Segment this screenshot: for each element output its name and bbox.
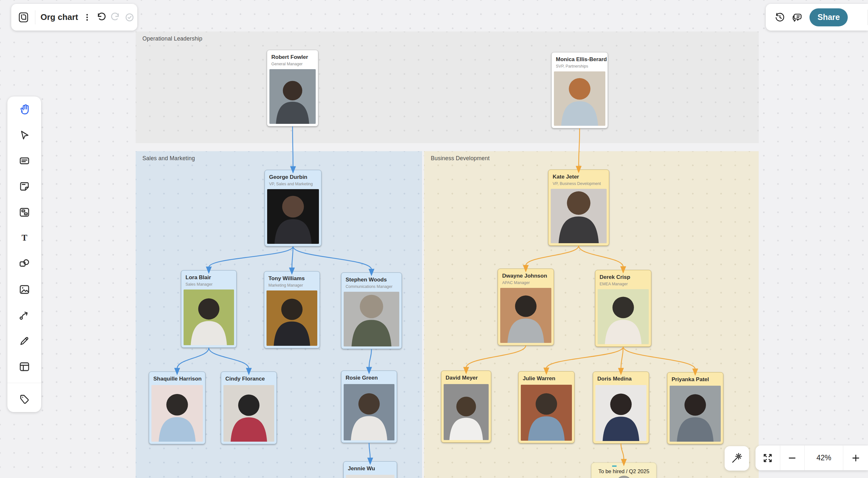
person-card-jennie-wu[interactable]: Jennie Wu (343, 461, 397, 478)
svg-text:T: T (21, 233, 27, 242)
person-photo (521, 385, 572, 441)
person-card-julie-warren[interactable]: Julie Warren (518, 371, 575, 443)
person-card-dwayne-johnson[interactable]: Dwayne JohnsonAPAC Manager (498, 269, 554, 346)
board-title[interactable]: Org chart (40, 12, 78, 22)
tool-tag[interactable] (18, 392, 31, 406)
select-cursor-icon (18, 129, 31, 142)
zoom-level[interactable]: 42% (804, 446, 843, 470)
board-toolbar: Org chart (11, 4, 137, 31)
share-button[interactable]: Share (809, 8, 848, 26)
person-name: Rosie Green (346, 375, 393, 381)
person-name: Stephen Woods (346, 277, 398, 283)
tool-select[interactable] (18, 128, 31, 142)
hand-icon (18, 103, 31, 116)
comments-icon (791, 11, 803, 24)
person-name: Shaquille Harrison (153, 376, 201, 382)
person-card-robert-fowler[interactable]: Robert FowlerGeneral Manager (267, 50, 318, 126)
person-photo (344, 292, 399, 347)
person-card-priyanka-patel[interactable]: Priyanka Patel (667, 372, 723, 444)
person-card-tony-williams[interactable]: Tony WilliamsMarketing Manager (264, 271, 320, 348)
person-card-stephen-woods[interactable]: Stephen WoodsCommunications Manager (341, 272, 402, 349)
person-photo (344, 384, 395, 440)
pencil-icon (18, 334, 31, 348)
sticky-note-to-be-hired[interactable]: To be hired / Q2 2025 (591, 462, 656, 478)
person-photo (267, 189, 319, 244)
person-name: Jennie Wu (348, 466, 393, 472)
sync-check-icon (124, 12, 135, 23)
person-name: Robert Fowler (271, 54, 314, 60)
shapes-icon (18, 257, 31, 270)
sticky-note-text: To be hired / Q2 2025 (591, 468, 656, 475)
tool-template[interactable] (18, 205, 31, 219)
person-card-kate-jeter[interactable]: Kate JeterVP, Business Development (548, 170, 609, 246)
tool-sidebar: T (7, 96, 41, 412)
connector-icon (18, 309, 31, 322)
person-name: Doris Medina (597, 376, 645, 382)
zoom-controls: 42% (755, 446, 868, 470)
share-toolbar: Share (766, 4, 868, 31)
person-card-rosie-green[interactable]: Rosie Green (341, 370, 397, 443)
person-card-shaquille-harrison[interactable]: Shaquille Harrison (149, 371, 206, 444)
person-name: George Durbin (269, 174, 317, 180)
app-logo[interactable] (17, 10, 31, 25)
person-name: Julie Warren (523, 376, 570, 382)
whiteboard-canvas[interactable]: Operational Leadership Sales and Marketi… (0, 0, 868, 478)
frame-title[interactable]: Sales and Marketing (143, 155, 195, 162)
magic-assist-button[interactable] (724, 446, 749, 471)
tool-card[interactable] (18, 154, 31, 168)
tool-image[interactable] (18, 282, 31, 297)
person-photo (267, 291, 317, 346)
redo-button[interactable] (108, 10, 123, 25)
person-title: Communications Manager (346, 285, 398, 289)
person-title: VP, Business Development (553, 181, 605, 186)
undo-button[interactable] (94, 10, 108, 25)
minus-icon (787, 453, 798, 464)
person-name: Derek Crisp (599, 274, 647, 280)
person-name: Lora Blair (186, 274, 232, 281)
comments-button[interactable] (790, 10, 804, 25)
version-history-button[interactable] (773, 10, 787, 25)
person-photo (500, 288, 551, 343)
divider (35, 10, 35, 25)
person-name: David Meyer (445, 375, 487, 381)
frame-title[interactable]: Operational Leadership (143, 35, 202, 42)
person-photo (223, 385, 274, 442)
plus-icon (850, 453, 861, 464)
image-icon (18, 283, 31, 296)
expand-icon (762, 452, 774, 464)
zoom-out-button[interactable] (780, 446, 805, 470)
magic-wand-icon (730, 452, 744, 465)
person-card-derek-crisp[interactable]: Derek CrispEMEA Manager (595, 270, 651, 347)
card-icon (18, 154, 31, 167)
collaborator-cursor (612, 466, 617, 467)
person-card-monica-ellis-berard[interactable]: Monica Ellis-BerardSVP, Partnerships (551, 52, 608, 128)
person-title: EMEA Manager (599, 282, 647, 286)
person-photo (346, 475, 395, 478)
kebab-menu-icon (82, 12, 92, 22)
tool-hand[interactable] (18, 102, 31, 116)
frame-operational-leadership[interactable]: Operational Leadership (136, 32, 759, 143)
person-title: Sales Manager (186, 282, 232, 287)
person-name: Priyanka Patel (672, 376, 719, 383)
board-menu-button[interactable] (80, 10, 94, 25)
tool-sticky-note[interactable] (18, 179, 31, 193)
fit-screen-button[interactable] (755, 446, 780, 470)
zoom-in-button[interactable] (843, 446, 868, 470)
sync-status-button[interactable] (123, 10, 136, 25)
person-card-cindy-florance[interactable]: Cindy Florance (221, 371, 277, 444)
avatar (616, 476, 632, 478)
person-title: APAC Manager (502, 280, 550, 285)
tool-pencil[interactable] (18, 334, 31, 348)
person-card-doris-medina[interactable]: Doris Medina (593, 371, 649, 444)
tool-text[interactable]: T (18, 231, 31, 245)
tool-table[interactable] (18, 360, 31, 374)
undo-icon (95, 11, 107, 23)
tool-connector[interactable] (18, 308, 31, 322)
person-card-lora-blair[interactable]: Lora BlairSales Manager (181, 270, 237, 348)
person-card-george-durbin[interactable]: George DurbinVP, Sales and Marketing (265, 170, 321, 246)
sticky-note-icon (18, 180, 31, 193)
tool-shapes[interactable] (18, 257, 31, 271)
person-card-david-meyer[interactable]: David Meyer (441, 370, 491, 443)
person-photo (444, 384, 489, 440)
frame-title[interactable]: Business Development (431, 155, 490, 162)
